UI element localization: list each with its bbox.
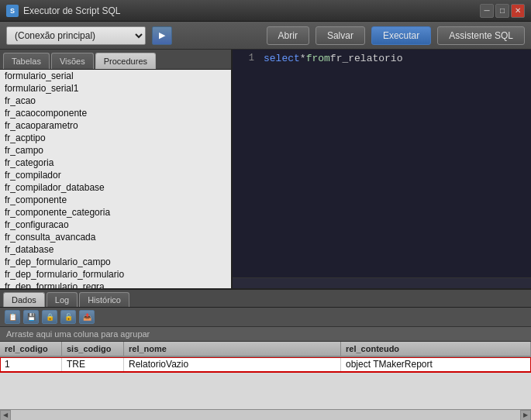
grid-header: rel_codigo sis_codigo rel_nome rel_conte… <box>0 342 531 357</box>
list-item[interactable]: formulario_serial <box>0 70 231 82</box>
list-item[interactable]: fr_acao <box>0 95 231 107</box>
list-item[interactable]: fr_componente_categoria <box>0 206 231 219</box>
cell-rel-codigo: 1 <box>0 357 62 371</box>
list-item[interactable]: fr_database <box>0 243 231 256</box>
bottom-tabs: Dados Log Histórico <box>0 290 531 308</box>
sql-star: * <box>300 53 306 64</box>
tab-tabelas[interactable]: Tabelas <box>3 53 50 69</box>
list-item[interactable]: fr_compilador_database <box>0 181 231 194</box>
bottom-panel: Dados Log Histórico 📋 💾 🔒 🔓 📤 Arraste aq… <box>0 290 531 420</box>
list-item[interactable]: fr_consulta_avancada <box>0 231 231 243</box>
sql-editor[interactable]: 1 select * from fr_relatorio <box>233 50 531 277</box>
data-icon-3[interactable]: 🔒 <box>42 310 57 324</box>
title-bar: S Executor de Script SQL ─ □ ✕ <box>0 0 531 22</box>
cell-rel-nome: RelatorioVazio <box>124 357 341 371</box>
horizontal-scrollbar[interactable]: ◀ ▶ <box>0 409 531 420</box>
main-toolbar: (Conexão principal) ▶ Abrir Salvar Execu… <box>0 22 531 50</box>
list-item[interactable]: fr_componente <box>0 194 231 206</box>
salvar-button[interactable]: Salvar <box>315 26 365 45</box>
data-icon-5[interactable]: 📤 <box>79 310 95 324</box>
list-item[interactable]: fr_dep_formulario_regra <box>0 281 231 288</box>
list-item[interactable]: fr_compilador <box>0 169 231 181</box>
table-row[interactable]: 1 TRE RelatorioVazio object TMakerReport <box>0 357 531 372</box>
close-button[interactable]: ✕ <box>511 4 525 18</box>
tab-dados[interactable]: Dados <box>3 292 45 307</box>
list-item[interactable]: fr_dep_formulario_campo <box>0 256 231 268</box>
scroll-right-button[interactable]: ▶ <box>520 410 531 421</box>
list-item[interactable]: fr_campo <box>0 144 231 157</box>
line-number: 1 <box>239 53 254 64</box>
scroll-left-button[interactable]: ◀ <box>0 410 11 421</box>
connection-select[interactable]: (Conexão principal) <box>6 26 146 45</box>
executar-button[interactable]: Executar <box>371 26 431 45</box>
tab-historico[interactable]: Histórico <box>79 292 129 307</box>
main-area: Tabelas Visões Procedures formulario_ser… <box>0 50 531 290</box>
group-by-bar: Arraste aqui uma coluna para agrupar <box>0 327 531 342</box>
col-header-rel-conteudo: rel_conteudo <box>341 342 531 356</box>
data-icon-4[interactable]: 🔓 <box>60 310 76 324</box>
col-header-rel-nome: rel_nome <box>124 342 341 356</box>
sql-from-keyword: from <box>306 53 330 64</box>
data-icon-1[interactable]: 📋 <box>5 310 20 324</box>
object-list[interactable]: formulario_serial formulario_serial1 fr_… <box>0 70 231 288</box>
col-header-rel-codigo: rel_codigo <box>0 342 62 356</box>
data-grid[interactable]: rel_codigo sis_codigo rel_nome rel_conte… <box>0 342 531 409</box>
abrir-button[interactable]: Abrir <box>267 26 309 45</box>
connection-icon-button[interactable]: ▶ <box>152 26 172 45</box>
list-item[interactable]: fr_acaocomponente <box>0 107 231 119</box>
sql-table-name: fr_relatorio <box>330 53 403 64</box>
editor-horizontal-scrollbar[interactable] <box>233 277 531 288</box>
list-item[interactable]: fr_dep_formulario_formulario <box>0 268 231 281</box>
tab-log[interactable]: Log <box>47 292 78 307</box>
tab-procedures[interactable]: Procedures <box>95 53 156 69</box>
tab-visoes[interactable]: Visões <box>51 53 94 69</box>
minimize-button[interactable]: ─ <box>480 4 494 18</box>
cell-rel-conteudo: object TMakerReport <box>341 357 531 371</box>
list-item[interactable]: fr_acptipo <box>0 132 231 144</box>
assistente-sql-button[interactable]: Assistente SQL <box>437 26 525 45</box>
list-item[interactable]: fr_acaoparametro <box>0 119 231 132</box>
object-tabs: Tabelas Visões Procedures <box>0 50 231 70</box>
maximize-button[interactable]: □ <box>495 4 509 18</box>
cell-sis-codigo: TRE <box>62 357 124 371</box>
sql-editor-panel: 1 select * from fr_relatorio <box>233 50 531 288</box>
sql-select-keyword: select <box>264 53 300 64</box>
list-item[interactable]: fr_configuracao <box>0 219 231 231</box>
scroll-track[interactable] <box>11 410 520 421</box>
col-header-sis-codigo: sis_codigo <box>62 342 124 356</box>
left-panel: Tabelas Visões Procedures formulario_ser… <box>0 50 233 288</box>
data-toolbar: 📋 💾 🔒 🔓 📤 <box>0 308 531 327</box>
list-item[interactable]: fr_categoria <box>0 157 231 169</box>
sql-line-1: 1 select * from fr_relatorio <box>239 53 525 64</box>
app-icon: S <box>6 5 19 17</box>
list-item[interactable]: formulario_serial1 <box>0 82 231 95</box>
data-icon-2[interactable]: 💾 <box>23 310 39 324</box>
title-bar-text: Executor de Script SQL <box>23 5 480 16</box>
group-by-text: Arraste aqui uma coluna para agrupar <box>6 329 150 339</box>
title-bar-buttons: ─ □ ✕ <box>480 4 525 18</box>
